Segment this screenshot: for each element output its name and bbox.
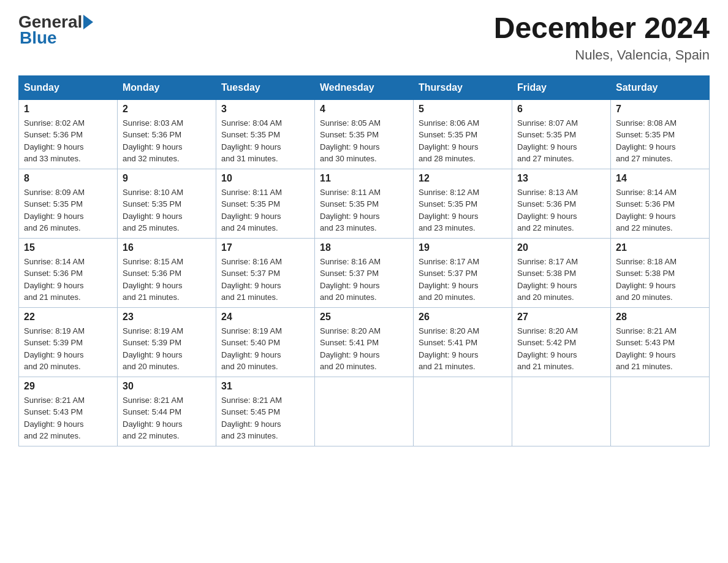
logo: General Blue bbox=[18, 12, 93, 48]
day-number: 12 bbox=[419, 173, 507, 184]
table-row: 6 Sunrise: 8:07 AMSunset: 5:35 PMDayligh… bbox=[512, 99, 611, 169]
page-header: General Blue December 2024 Nules, Valenc… bbox=[18, 12, 710, 63]
day-info: Sunrise: 8:11 AMSunset: 5:35 PMDaylight:… bbox=[221, 188, 282, 233]
month-title: December 2024 bbox=[494, 12, 710, 45]
day-info: Sunrise: 8:17 AMSunset: 5:37 PMDaylight:… bbox=[419, 257, 479, 302]
table-row bbox=[414, 377, 512, 446]
day-info: Sunrise: 8:19 AMSunset: 5:39 PMDaylight:… bbox=[24, 326, 85, 372]
day-info: Sunrise: 8:21 AMSunset: 5:45 PMDaylight:… bbox=[221, 396, 282, 441]
table-row: 10 Sunrise: 8:11 AMSunset: 5:35 PMDaylig… bbox=[216, 169, 315, 238]
table-row: 31 Sunrise: 8:21 AMSunset: 5:45 PMDaylig… bbox=[216, 377, 315, 446]
table-row: 20 Sunrise: 8:17 AMSunset: 5:38 PMDaylig… bbox=[512, 238, 611, 307]
day-info: Sunrise: 8:17 AMSunset: 5:38 PMDaylight:… bbox=[517, 257, 578, 302]
col-monday: Monday bbox=[118, 75, 216, 99]
day-number: 18 bbox=[320, 242, 408, 253]
day-number: 7 bbox=[616, 104, 704, 115]
day-info: Sunrise: 8:12 AMSunset: 5:35 PMDaylight:… bbox=[419, 188, 479, 233]
table-row: 19 Sunrise: 8:17 AMSunset: 5:37 PMDaylig… bbox=[414, 238, 512, 307]
day-number: 8 bbox=[24, 173, 112, 184]
day-info: Sunrise: 8:15 AMSunset: 5:36 PMDaylight:… bbox=[123, 257, 183, 302]
day-number: 26 bbox=[419, 312, 507, 323]
table-row: 29 Sunrise: 8:21 AMSunset: 5:43 PMDaylig… bbox=[19, 377, 118, 446]
day-number: 28 bbox=[616, 312, 704, 323]
day-number: 11 bbox=[320, 173, 408, 184]
day-info: Sunrise: 8:03 AMSunset: 5:36 PMDaylight:… bbox=[123, 118, 183, 164]
day-number: 25 bbox=[320, 312, 408, 323]
day-info: Sunrise: 8:20 AMSunset: 5:42 PMDaylight:… bbox=[517, 326, 578, 372]
table-row: 30 Sunrise: 8:21 AMSunset: 5:44 PMDaylig… bbox=[118, 377, 216, 446]
week-row-1: 1 Sunrise: 8:02 AMSunset: 5:36 PMDayligh… bbox=[19, 99, 710, 169]
week-row-5: 29 Sunrise: 8:21 AMSunset: 5:43 PMDaylig… bbox=[19, 377, 710, 446]
week-row-4: 22 Sunrise: 8:19 AMSunset: 5:39 PMDaylig… bbox=[19, 307, 710, 377]
day-info: Sunrise: 8:13 AMSunset: 5:36 PMDaylight:… bbox=[517, 188, 578, 233]
day-info: Sunrise: 8:21 AMSunset: 5:44 PMDaylight:… bbox=[123, 396, 183, 441]
day-number: 20 bbox=[517, 242, 605, 253]
day-number: 27 bbox=[517, 312, 605, 323]
table-row: 12 Sunrise: 8:12 AMSunset: 5:35 PMDaylig… bbox=[414, 169, 512, 238]
col-saturday: Saturday bbox=[611, 75, 710, 99]
day-info: Sunrise: 8:20 AMSunset: 5:41 PMDaylight:… bbox=[419, 326, 479, 372]
table-row: 3 Sunrise: 8:04 AMSunset: 5:35 PMDayligh… bbox=[216, 99, 315, 169]
table-row: 8 Sunrise: 8:09 AMSunset: 5:35 PMDayligh… bbox=[19, 169, 118, 238]
day-number: 22 bbox=[24, 312, 112, 323]
table-row: 13 Sunrise: 8:13 AMSunset: 5:36 PMDaylig… bbox=[512, 169, 611, 238]
table-row bbox=[512, 377, 611, 446]
table-row: 25 Sunrise: 8:20 AMSunset: 5:41 PMDaylig… bbox=[315, 307, 414, 377]
day-number: 5 bbox=[419, 104, 507, 115]
table-row: 24 Sunrise: 8:19 AMSunset: 5:40 PMDaylig… bbox=[216, 307, 315, 377]
day-number: 24 bbox=[221, 312, 309, 323]
day-info: Sunrise: 8:14 AMSunset: 5:36 PMDaylight:… bbox=[616, 188, 677, 233]
title-area: December 2024 Nules, Valencia, Spain bbox=[494, 12, 710, 63]
day-info: Sunrise: 8:11 AMSunset: 5:35 PMDaylight:… bbox=[320, 188, 381, 233]
table-row: 4 Sunrise: 8:05 AMSunset: 5:35 PMDayligh… bbox=[315, 99, 414, 169]
day-number: 13 bbox=[517, 173, 605, 184]
table-row bbox=[611, 377, 710, 446]
day-number: 19 bbox=[419, 242, 507, 253]
day-number: 4 bbox=[320, 104, 408, 115]
day-number: 21 bbox=[616, 242, 704, 253]
table-row: 5 Sunrise: 8:06 AMSunset: 5:35 PMDayligh… bbox=[414, 99, 512, 169]
table-row bbox=[315, 377, 414, 446]
location-subtitle: Nules, Valencia, Spain bbox=[494, 47, 710, 63]
table-row: 15 Sunrise: 8:14 AMSunset: 5:36 PMDaylig… bbox=[19, 238, 118, 307]
table-row: 1 Sunrise: 8:02 AMSunset: 5:36 PMDayligh… bbox=[19, 99, 118, 169]
col-sunday: Sunday bbox=[19, 75, 118, 99]
week-row-2: 8 Sunrise: 8:09 AMSunset: 5:35 PMDayligh… bbox=[19, 169, 710, 238]
header-row: Sunday Monday Tuesday Wednesday Thursday… bbox=[19, 75, 710, 99]
col-wednesday: Wednesday bbox=[315, 75, 414, 99]
day-info: Sunrise: 8:21 AMSunset: 5:43 PMDaylight:… bbox=[24, 396, 85, 441]
table-row: 26 Sunrise: 8:20 AMSunset: 5:41 PMDaylig… bbox=[414, 307, 512, 377]
day-number: 15 bbox=[24, 242, 112, 253]
table-row: 21 Sunrise: 8:18 AMSunset: 5:38 PMDaylig… bbox=[611, 238, 710, 307]
day-number: 17 bbox=[221, 242, 309, 253]
table-row: 16 Sunrise: 8:15 AMSunset: 5:36 PMDaylig… bbox=[118, 238, 216, 307]
day-info: Sunrise: 8:05 AMSunset: 5:35 PMDaylight:… bbox=[320, 118, 381, 164]
day-info: Sunrise: 8:19 AMSunset: 5:40 PMDaylight:… bbox=[221, 326, 282, 372]
logo-flag bbox=[83, 15, 93, 29]
table-row: 11 Sunrise: 8:11 AMSunset: 5:35 PMDaylig… bbox=[315, 169, 414, 238]
day-info: Sunrise: 8:16 AMSunset: 5:37 PMDaylight:… bbox=[320, 257, 381, 302]
week-row-3: 15 Sunrise: 8:14 AMSunset: 5:36 PMDaylig… bbox=[19, 238, 710, 307]
col-tuesday: Tuesday bbox=[216, 75, 315, 99]
day-info: Sunrise: 8:02 AMSunset: 5:36 PMDaylight:… bbox=[24, 118, 85, 164]
day-info: Sunrise: 8:10 AMSunset: 5:35 PMDaylight:… bbox=[123, 188, 183, 233]
day-info: Sunrise: 8:21 AMSunset: 5:43 PMDaylight:… bbox=[616, 326, 677, 372]
calendar-table: Sunday Monday Tuesday Wednesday Thursday… bbox=[18, 75, 710, 446]
day-number: 3 bbox=[221, 104, 309, 115]
day-info: Sunrise: 8:18 AMSunset: 5:38 PMDaylight:… bbox=[616, 257, 677, 302]
day-info: Sunrise: 8:04 AMSunset: 5:35 PMDaylight:… bbox=[221, 118, 282, 164]
day-number: 6 bbox=[517, 104, 605, 115]
day-number: 10 bbox=[221, 173, 309, 184]
day-number: 14 bbox=[616, 173, 704, 184]
table-row: 14 Sunrise: 8:14 AMSunset: 5:36 PMDaylig… bbox=[611, 169, 710, 238]
day-number: 31 bbox=[221, 381, 309, 392]
table-row: 17 Sunrise: 8:16 AMSunset: 5:37 PMDaylig… bbox=[216, 238, 315, 307]
day-info: Sunrise: 8:16 AMSunset: 5:37 PMDaylight:… bbox=[221, 257, 282, 302]
day-number: 30 bbox=[123, 381, 211, 392]
table-row: 2 Sunrise: 8:03 AMSunset: 5:36 PMDayligh… bbox=[118, 99, 216, 169]
table-row: 28 Sunrise: 8:21 AMSunset: 5:43 PMDaylig… bbox=[611, 307, 710, 377]
flag-triangle-icon bbox=[83, 15, 93, 29]
day-number: 1 bbox=[24, 104, 112, 115]
table-row: 23 Sunrise: 8:19 AMSunset: 5:39 PMDaylig… bbox=[118, 307, 216, 377]
day-info: Sunrise: 8:19 AMSunset: 5:39 PMDaylight:… bbox=[123, 326, 183, 372]
